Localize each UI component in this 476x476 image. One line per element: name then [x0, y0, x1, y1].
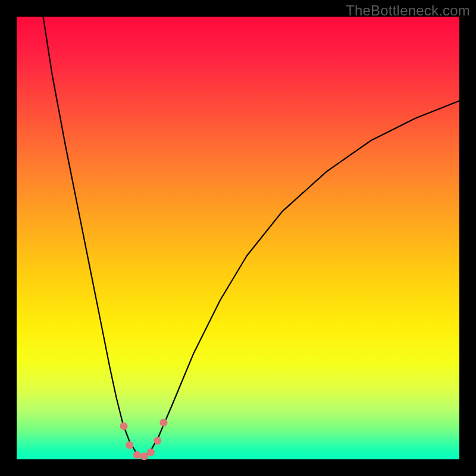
curve-marker-dot [154, 437, 161, 444]
curve-marker-dot [147, 449, 155, 456]
curve-marker-dot [140, 452, 148, 460]
curve-markers [120, 419, 168, 461]
curve-marker-dot [120, 422, 128, 430]
curve-marker-dot [133, 451, 141, 459]
curve-marker-dot [160, 419, 168, 427]
bottleneck-curve [43, 17, 459, 457]
plot-gradient-area [17, 17, 459, 459]
watermark-text: TheBottleneck.com [346, 2, 470, 19]
curve-marker-dot [126, 441, 133, 449]
chart-frame: TheBottleneck.com [0, 0, 476, 476]
curve-svg [17, 17, 459, 459]
